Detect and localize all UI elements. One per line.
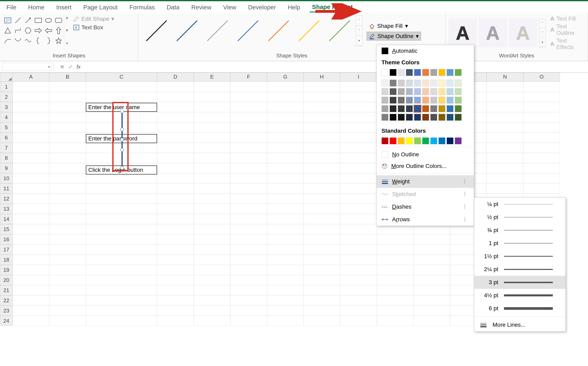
cell[interactable] [523,112,560,122]
cell[interactable] [86,194,157,204]
cell[interactable] [157,153,194,163]
color-swatch[interactable] [447,114,454,121]
shape-line-arrow-icon[interactable] [23,15,33,25]
gallery-scroll[interactable]: ˄˅▾ [356,15,363,46]
cell[interactable] [86,234,157,244]
cell[interactable] [49,112,86,122]
cell[interactable] [194,224,230,234]
color-swatch[interactable] [447,69,454,76]
fx-icon[interactable]: fx [76,64,81,70]
color-swatch[interactable] [381,114,388,121]
cell[interactable] [157,122,194,132]
cell[interactable] [230,275,267,285]
cell[interactable] [377,285,413,295]
cell[interactable] [49,234,86,244]
shape-line-icon[interactable] [13,15,23,25]
cell[interactable] [49,122,86,132]
cell[interactable] [230,255,267,265]
cell[interactable] [304,275,340,285]
cell[interactable] [86,305,157,316]
row-header[interactable]: 17 [0,244,13,255]
weight-option[interactable]: ½ pt [474,211,566,224]
cell[interactable] [304,132,340,143]
color-swatch[interactable] [406,69,413,76]
cell[interactable] [194,285,230,295]
outline-sketched[interactable]: Sketched〉 [377,188,474,200]
cell[interactable] [230,214,267,224]
color-swatch[interactable] [414,137,421,144]
cell[interactable] [340,295,377,305]
cell[interactable] [230,316,267,326]
cell[interactable] [194,204,230,214]
color-swatch[interactable] [430,105,437,112]
line-style-sample[interactable] [202,15,233,46]
color-swatch[interactable] [406,88,413,95]
cell[interactable] [487,122,523,132]
row-header[interactable]: 2 [0,92,13,102]
cell[interactable] [230,224,267,234]
cell[interactable] [194,112,230,122]
weight-option[interactable]: 4½ pt [474,289,566,302]
text-box-button[interactable]: A Text Box [73,24,114,31]
cell[interactable] [304,112,340,122]
cell[interactable] [487,82,523,92]
line-style-sample[interactable] [172,15,202,46]
cell[interactable] [157,112,194,122]
shape-textbox-icon[interactable] [3,15,13,25]
color-swatch[interactable] [414,80,421,86]
cell[interactable] [267,153,304,163]
color-swatch[interactable] [430,69,437,76]
cell[interactable] [230,234,267,244]
cell[interactable] [487,173,523,183]
shape-brace-r-icon[interactable] [44,36,53,46]
cell[interactable] [487,183,523,194]
shape-elbow-icon[interactable] [13,26,23,35]
color-swatch[interactable] [390,114,396,121]
cell[interactable] [157,194,194,204]
cell[interactable] [230,173,267,183]
cell[interactable] [13,143,49,153]
cell[interactable] [86,92,157,102]
column-header[interactable]: A [13,73,49,82]
color-swatch[interactable] [430,97,437,104]
color-swatch[interactable] [381,88,388,95]
select-all-corner[interactable] [0,73,13,82]
cell[interactable] [230,305,267,316]
cell[interactable] [49,82,86,92]
cell[interactable] [86,285,157,295]
shape-curve1-icon[interactable] [3,36,13,46]
cell[interactable] [377,305,413,316]
cell[interactable] [340,173,377,183]
cell[interactable] [304,122,340,132]
cell[interactable] [304,143,340,153]
color-swatch[interactable] [439,88,445,95]
cell[interactable] [194,92,230,102]
color-swatch[interactable] [406,105,413,112]
cell[interactable] [86,214,157,224]
color-swatch[interactable] [430,137,437,144]
cell[interactable] [523,92,560,102]
cell[interactable] [86,265,157,275]
row-header[interactable]: 23 [0,305,13,316]
cell[interactable] [13,214,49,224]
color-swatch[interactable] [398,105,405,112]
cell[interactable] [194,173,230,183]
cell[interactable] [230,183,267,194]
color-swatch[interactable] [455,88,462,95]
cell[interactable] [13,82,49,92]
color-swatch[interactable] [422,114,429,121]
color-swatch[interactable] [381,137,388,144]
cell[interactable] [49,244,86,255]
cell[interactable] [194,183,230,194]
outline-weight[interactable]: Weight〉 [377,175,474,188]
color-swatch[interactable] [447,105,454,112]
shape-styles-gallery[interactable] [141,15,355,46]
cell[interactable] [157,234,194,244]
cell[interactable] [523,132,560,143]
color-swatch[interactable] [447,137,454,144]
cell[interactable] [304,285,340,295]
color-swatch[interactable] [422,69,429,76]
cell[interactable] [304,265,340,275]
cell[interactable] [523,173,560,183]
column-header[interactable]: C [86,73,157,82]
